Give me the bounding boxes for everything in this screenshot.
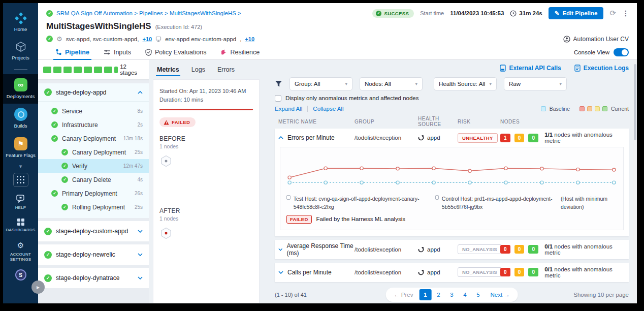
external-api-calls-link[interactable]: External API Calls <box>500 65 561 72</box>
next-page-button[interactable]: Next → <box>486 290 515 300</box>
page-button-2[interactable]: 2 <box>433 289 445 300</box>
services-check-icon: ✓ <box>46 36 53 42</box>
step-row-canary-deployment[interactable]: ✓ Canary Deployment 25s <box>38 145 149 159</box>
tab-inputs[interactable]: Inputs <box>96 45 138 59</box>
stage-header[interactable]: ✓ stage-deploy-dynatrace <box>38 268 149 288</box>
tab-pipeline[interactable]: Pipeline <box>48 45 96 59</box>
kebab-menu-icon[interactable]: ⋮ <box>622 9 630 17</box>
filter-funnel-icon[interactable] <box>275 80 282 87</box>
collapse-all-link[interactable]: Collapse All <box>313 106 343 112</box>
chevron-up-icon[interactable] <box>278 136 283 139</box>
environments-more-link[interactable]: +10 <box>245 36 254 42</box>
health-source-filter-select[interactable]: Health Source: All▾ <box>434 77 497 90</box>
page-button-5[interactable]: 5 <box>472 289 485 300</box>
control-host-label: Control Host: prd1-ms-appd-appd-deployme… <box>442 195 556 210</box>
harness-app-window: Home Projects ∞ Deployments Builds ⚑ Fea… <box>3 3 637 303</box>
scrollbar-thumb[interactable] <box>634 64 636 140</box>
chevron-down-icon[interactable] <box>138 276 143 279</box>
stage-header[interactable]: ✓ stage-deploy-custom-appd <box>38 221 149 241</box>
tab-logs[interactable]: Logs <box>186 63 210 77</box>
nodes-filter-select[interactable]: Nodes: All▾ <box>360 77 423 90</box>
sidebar-item-builds[interactable]: Builds <box>3 104 38 133</box>
chevron-down-icon[interactable] <box>138 253 143 256</box>
status-check-icon: ✓ <box>46 10 53 17</box>
metric-row-summary[interactable]: Average Response Time (ms) /todolist/exc… <box>275 240 629 259</box>
expand-all-link[interactable]: Expand All <box>275 106 302 112</box>
page-button-1[interactable]: 1 <box>420 289 432 300</box>
step-row-canary-delete[interactable]: ✓ Canary Delete 4s <box>38 173 149 186</box>
chevron-down-icon[interactable] <box>278 271 283 274</box>
breadcrumb[interactable]: ✓ SRM QA Sign Off Automation > Pipelines… <box>46 10 241 17</box>
step-row-primary-deployment[interactable]: ✓ Primary Deployment 26s <box>38 186 149 200</box>
chevron-down-icon[interactable] <box>138 230 143 233</box>
user-avatar[interactable]: S <box>15 269 26 281</box>
after-node-hexagon[interactable] <box>159 227 173 240</box>
stage-panel-collapse-handle[interactable]: ▸ <box>31 281 45 294</box>
console-view-toggle[interactable] <box>614 48 629 56</box>
step-row-rolling-deployment[interactable]: ✓ Rolling Deployment 25s <box>38 200 149 214</box>
group-filter-select[interactable]: Group: All▾ <box>289 77 352 90</box>
step-duration: 2s <box>137 122 143 128</box>
chevron-down-icon[interactable] <box>278 248 282 251</box>
metric-name: Errors per Minute <box>287 134 335 141</box>
pagination-range: (1 - 10) of 41 <box>275 292 307 298</box>
step-success-icon: ✓ <box>51 190 58 197</box>
step-row-service[interactable]: ✓ Service 8s <box>38 104 149 118</box>
environment-icon <box>155 36 162 42</box>
stage-progress-block <box>104 67 112 73</box>
step-row-infrastructure[interactable]: ✓ Infrastructure 2s <box>38 118 149 132</box>
prev-page-button[interactable]: ← Prev <box>389 290 418 300</box>
test-host-item[interactable]: Test Host: cvng-qa-sign-off-appd-deploym… <box>286 195 430 210</box>
anomalous-only-checkbox[interactable] <box>275 95 281 102</box>
metric-group: /todolist/exception <box>355 135 418 141</box>
tab-errors[interactable]: Errors <box>212 63 240 77</box>
sidebar-item-dashboards[interactable]: DASHBOARDS <box>3 214 38 237</box>
page-button-4[interactable]: 4 <box>459 289 471 300</box>
step-row-canary-deployment-group[interactable]: ✓ Canary Deployment 13m 18s <box>38 132 149 145</box>
refresh-icon[interactable]: ⟳ <box>609 9 616 18</box>
chevron-down-icon: ▾ <box>559 81 562 86</box>
before-node-hexagon[interactable] <box>159 154 173 168</box>
status-badge: ✓ SUCCESS <box>372 9 414 18</box>
tab-resilience[interactable]: Resilience <box>213 45 267 59</box>
step-label: Canary Delete <box>72 176 133 183</box>
services-more-link[interactable]: +10 <box>142 36 152 42</box>
stage-header[interactable]: ✓ stage-deploy-appd <box>38 83 149 102</box>
test-host-checkbox[interactable] <box>286 195 291 200</box>
appdynamics-icon <box>418 246 424 253</box>
stage-list-panel: 12 stages ✓ stage-deploy-appd ✓ Service … <box>38 60 149 303</box>
metric-name: Average Response Time (ms) <box>286 242 355 257</box>
module-switcher-button[interactable] <box>13 173 28 187</box>
chevron-up-icon[interactable] <box>138 91 143 94</box>
metric-timeseries-chart[interactable] <box>282 150 621 194</box>
execution-logs-link[interactable]: Execution Logs <box>574 65 629 72</box>
sidebar-help-label: HELP <box>15 205 26 210</box>
sidebar-item-feature-flags[interactable]: ⚑ Feature Flags <box>3 133 38 163</box>
control-host-checkbox[interactable] <box>435 195 439 200</box>
nodes-suffix: nodes with anomalous metric <box>544 132 613 144</box>
step-success-icon: ✓ <box>61 163 68 169</box>
verify-detail-panel: Metrics Logs Errors Started On: Apr 11, … <box>149 60 266 303</box>
step-success-icon: ✓ <box>51 135 58 142</box>
metric-row-summary[interactable]: Errors per Minute /todolist/exception ap… <box>275 129 629 147</box>
tab-metrics[interactable]: Metrics <box>152 63 184 77</box>
sidebar-item-home[interactable]: Home <box>3 8 38 37</box>
sidebar-item-help[interactable]: HELP <box>3 190 38 214</box>
current-legend-swatch-red <box>579 106 585 111</box>
control-host-item[interactable]: Control Host: prd1-ms-appd-appd-deployme… <box>435 195 556 210</box>
sidebar-item-account-settings[interactable]: ⚙ ACCOUNT SETTINGS <box>3 237 38 266</box>
tab-policy-evaluations[interactable]: Policy Evaluations <box>138 45 213 59</box>
sidebar-item-deployments[interactable]: ∞ Deployments <box>3 74 38 104</box>
stage-success-icon: ✓ <box>44 251 52 259</box>
breadcrumb-text[interactable]: SRM QA Sign Off Automation > Pipelines >… <box>56 10 241 16</box>
mode-filter-select[interactable]: Raw▾ <box>504 77 567 90</box>
stage-header[interactable]: ✓ stage-deploy-newrelic <box>38 244 149 265</box>
step-row-verify-selected[interactable]: ✓ Verify 12m 47s <box>38 159 149 173</box>
sidebar-item-projects[interactable]: Projects <box>3 37 38 65</box>
sidebar-more-chevron-icon[interactable]: ▾ <box>19 162 22 171</box>
metric-row-summary[interactable]: Calls per Minute /todolist/exception app… <box>275 263 629 282</box>
page-button-3[interactable]: 3 <box>446 289 458 300</box>
edit-pipeline-button[interactable]: ✎ Edit Pipeline <box>549 7 604 19</box>
person-icon <box>563 36 570 43</box>
vertical-scrollbar[interactable] <box>633 60 637 303</box>
